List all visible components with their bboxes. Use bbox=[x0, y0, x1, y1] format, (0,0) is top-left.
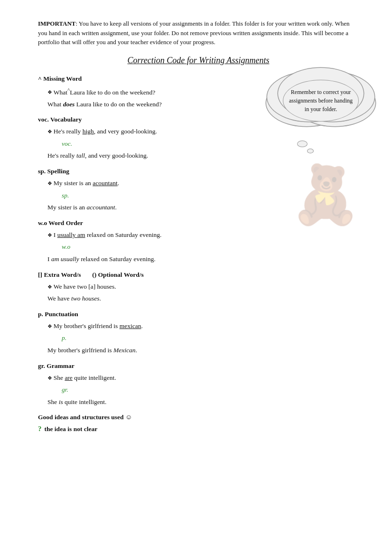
important-notice: IMPORTANT: You have to keep all versions… bbox=[38, 19, 359, 47]
bear-illustration: 🧸 bbox=[273, 104, 378, 285]
cloud-text: Remember to correct your assignments bef… bbox=[283, 80, 359, 122]
not-clear-label: ?the idea is not clear bbox=[38, 425, 359, 433]
small-bubble-2 bbox=[307, 149, 314, 153]
important-label: IMPORTANT bbox=[38, 20, 75, 27]
important-text: : You have to keep all versions of your … bbox=[38, 20, 350, 46]
good-ideas-label: Good ideas and structures used ☺ bbox=[38, 414, 359, 421]
corrected-punctuation: My brother's girlfriend is Mexican. bbox=[47, 345, 359, 356]
corrected-grammar: She is quite intelligent. bbox=[47, 397, 359, 407]
thought-bubble: Remember to correct your assignments bef… bbox=[283, 70, 359, 122]
question-mark-icon: ? bbox=[38, 425, 42, 433]
section-header-grammar: gr. Grammar bbox=[38, 362, 359, 370]
section-grammar: gr. Grammar She are quite intelligent. g… bbox=[38, 362, 359, 407]
section-header-punctuation: p. Punctuation bbox=[38, 310, 359, 318]
page-title: Correction Code for Writing Assignments bbox=[38, 56, 359, 66]
bullet-grammar: She are quite intelligent. bbox=[47, 373, 359, 383]
corrected-extra-words: We have two houses. bbox=[47, 293, 359, 304]
smiley-icon: ☺ bbox=[125, 414, 132, 421]
section-punctuation: p. Punctuation My brother's girlfriend i… bbox=[38, 310, 359, 356]
green-label-grammar: gr. bbox=[62, 385, 359, 395]
bullet-punctuation: My brother's girlfriend is mexican. bbox=[47, 321, 359, 331]
bottom-section: Good ideas and structures used ☺ ?the id… bbox=[38, 414, 359, 433]
green-label-punctuation: p. bbox=[62, 333, 359, 343]
small-bubble-1 bbox=[297, 141, 308, 147]
